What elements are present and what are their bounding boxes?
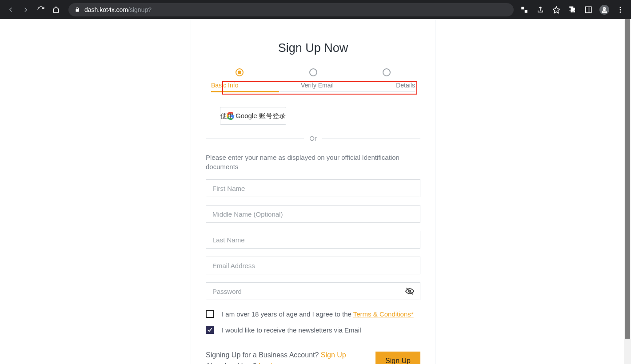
email-field[interactable] [206,257,420,274]
extensions-icon[interactable] [565,3,579,17]
signup-card: Sign Up Now Basic Info Verify Email Deta… [191,19,435,364]
page-title: Sign Up Now [191,41,435,55]
age-terms-checkbox[interactable] [206,310,214,318]
toggle-password-visibility-icon[interactable] [405,287,414,297]
newsletter-row: I would like to receive the newsletters … [206,326,420,334]
newsletter-checkbox[interactable] [206,326,214,334]
password-field[interactable] [206,282,420,300]
svg-point-5 [620,11,621,12]
first-name-field[interactable] [206,179,420,197]
last-name-field[interactable] [206,231,420,249]
terms-link[interactable]: Terms & Conditions* [353,310,414,318]
step-1-label[interactable]: Basic Info [211,82,238,89]
login-link[interactable]: Login [259,362,276,364]
page-content: Sign Up Now Basic Info Verify Email Deta… [0,19,631,364]
name-hint: Please enter your name as displayed on y… [206,153,420,171]
newsletter-label: I would like to receive the newsletters … [222,326,361,334]
step-progress-bar [211,91,279,92]
svg-point-2 [603,7,605,9]
svg-rect-0 [585,7,591,13]
scrollbar-thumb[interactable] [625,19,630,339]
card-footer: Signing Up for a Business Account? Sign … [206,350,420,364]
url-path: /signup? [128,6,152,13]
browser-toolbar: dash.kot4x.com/signup? [0,0,631,19]
signup-submit-button[interactable]: Sign Up [375,352,420,364]
google-icon [227,112,235,120]
scrollbar-track[interactable] [624,19,631,364]
age-terms-row: I am over 18 years of age and I agree to… [206,310,420,318]
step-1-indicator [236,68,244,76]
kebab-menu-icon[interactable] [613,3,627,17]
share-icon[interactable] [533,3,547,17]
url-domain: dash.kot4x.com [84,6,128,13]
lock-icon [75,7,80,13]
divider-or: Or [206,135,420,142]
reload-button[interactable] [34,3,48,17]
browser-actions [517,3,627,17]
step-3-indicator [383,68,391,76]
panel-icon[interactable] [581,3,595,17]
step-3-label[interactable]: Details [396,82,415,89]
home-button[interactable] [49,3,63,17]
profile-avatar[interactable] [597,3,611,17]
translate-icon[interactable] [517,3,531,17]
business-signup-link[interactable]: Sign Up [321,351,346,359]
step-2-indicator [309,68,317,76]
forward-button [19,3,33,17]
google-signin-button[interactable]: 使用 Google 账号登录 [220,107,286,125]
back-button[interactable] [4,3,18,17]
step-2-label[interactable]: Verify Email [301,82,334,89]
signup-stepper: Basic Info Verify Email Details [211,68,415,92]
middle-name-field[interactable] [206,205,420,223]
footer-links: Signing Up for a Business Account? Sign … [206,350,346,364]
or-label: Or [309,135,317,142]
svg-point-4 [620,9,621,10]
address-bar[interactable]: dash.kot4x.com/signup? [68,3,514,16]
bookmark-star-icon[interactable] [549,3,563,17]
age-terms-label: I am over 18 years of age and I agree to… [222,310,414,318]
svg-point-3 [620,7,621,8]
